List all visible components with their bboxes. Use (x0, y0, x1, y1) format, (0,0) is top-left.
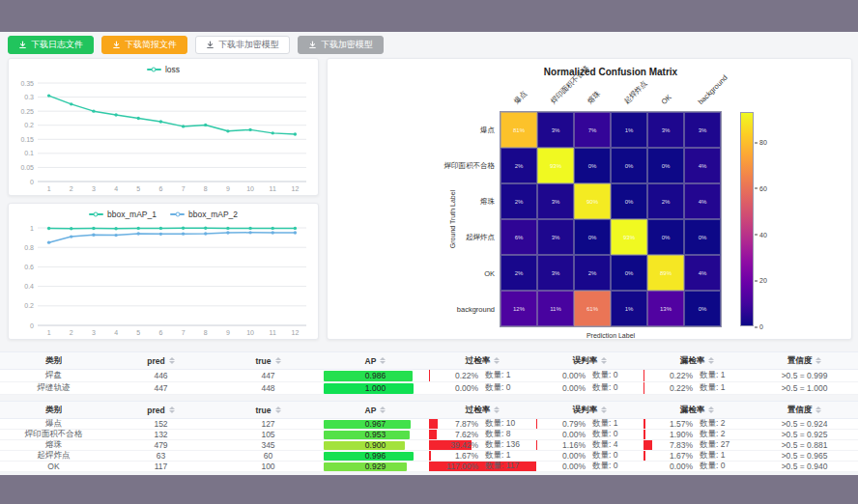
sort-caret-icon[interactable] (601, 357, 607, 364)
column-header-2[interactable]: true (214, 402, 322, 418)
svg-text:11: 11 (270, 329, 276, 336)
matrix-cell: 0% (611, 183, 647, 219)
sort-caret-icon[interactable] (275, 406, 281, 413)
svg-text:5: 5 (136, 329, 140, 336)
matrix-cell: 1% (611, 291, 647, 326)
rate-percent: 117.00% (429, 462, 478, 471)
dashboard: 下载日志文件 下载简报文件 下载非加密模型 下载加密模型 (0, 32, 858, 475)
svg-text:9: 9 (226, 329, 230, 336)
ap-value: 0.953 (365, 430, 386, 439)
confidence-cell: >0.5 = 0.965 (751, 451, 858, 462)
ap-cell: 0.953 (322, 430, 429, 440)
matrix-cell: 3% (537, 219, 574, 255)
ap-value: 0.929 (365, 462, 386, 471)
matrix-row-label: background (330, 304, 495, 313)
column-header-3[interactable]: AP (322, 402, 429, 418)
sort-caret-icon[interactable] (275, 357, 281, 364)
download-plain-model-button[interactable]: 下载非加密模型 (195, 36, 290, 54)
sort-caret-icon[interactable] (169, 357, 175, 364)
column-header-7[interactable]: 置信度 (751, 352, 858, 369)
legend-line-icon (147, 69, 161, 70)
column-header-2[interactable]: true (214, 352, 322, 369)
matrix-cell: 90% (574, 183, 611, 219)
sort-caret-icon[interactable] (380, 357, 386, 364)
download-log-button[interactable]: 下载日志文件 (8, 36, 94, 54)
matrix-cell: 13% (647, 291, 684, 326)
rate-cell: 7.87%数量: 10 (429, 419, 536, 430)
svg-text:0.35: 0.35 (20, 80, 34, 87)
column-header-5[interactable]: 误判率 (536, 352, 644, 369)
sort-caret-icon[interactable] (708, 406, 714, 413)
matrix-cell: 93% (611, 219, 647, 255)
column-header-4[interactable]: 过检率 (429, 402, 536, 418)
download-report-button[interactable]: 下载简报文件 (101, 36, 187, 54)
confidence-cell: >0.5 = 0.999 (751, 370, 858, 382)
loss-plot: 00.050.10.150.20.250.30.3512345678910111… (9, 77, 318, 197)
rate-percent: 0.22% (429, 371, 478, 380)
sort-caret-icon[interactable] (380, 406, 386, 413)
sort-caret-icon[interactable] (601, 406, 607, 413)
rate-count: 数量: 0 (592, 430, 644, 440)
column-header-6[interactable]: 漏检率 (644, 402, 751, 418)
column-header-7[interactable]: 置信度 (751, 402, 858, 418)
column-header-1[interactable]: pred (107, 402, 214, 418)
rate-percent: 1.57% (644, 419, 693, 429)
pred-cell: 117 (107, 462, 214, 472)
colorbar-tick: 60 (755, 184, 767, 191)
matrix-cell: 2% (500, 183, 537, 219)
svg-text:8: 8 (204, 329, 208, 336)
rate-cell: 7.62%数量: 8 (429, 430, 536, 440)
sort-caret-icon[interactable] (169, 406, 175, 413)
sort-caret-icon[interactable] (708, 357, 714, 364)
matrix-col-label: 起焊炸点 (622, 79, 649, 106)
matrix-cell: 0% (611, 255, 647, 291)
matrix-cell: 61% (574, 291, 611, 326)
matrix-xlabel: Prediction Label (500, 332, 721, 339)
table-row: 焊印面积不合格1321050.9537.62%数量: 80.00%数量: 01.… (0, 430, 858, 440)
summary-table-weld: 类别predtrueAP过检率误判率漏检率置信度焊盘4464470.9860.2… (0, 351, 858, 395)
legend-loss[interactable]: loss (147, 65, 180, 74)
rate-cell: 117.00%数量: 117 (429, 462, 536, 472)
ap-bar (324, 441, 405, 450)
svg-text:0.2: 0.2 (24, 122, 34, 128)
table-header-row: 类别predtrueAP过检率误判率漏检率置信度 (0, 401, 858, 419)
true-cell: 345 (214, 440, 322, 451)
matrix-col-label: 熔珠 (586, 89, 603, 106)
rate-cell: 0.00%数量: 0 (536, 370, 644, 382)
sort-caret-icon[interactable] (494, 357, 500, 364)
matrix-cell: 3% (537, 255, 574, 291)
rate-cell: 0.00%数量: 0 (536, 382, 644, 395)
sort-caret-icon[interactable] (815, 357, 821, 364)
rate-cell: 1.57%数量: 2 (644, 419, 751, 430)
sort-caret-icon[interactable] (815, 406, 821, 413)
pred-cell: 132 (107, 430, 214, 440)
svg-text:0.25: 0.25 (20, 108, 34, 115)
column-header-1[interactable]: pred (107, 352, 214, 369)
column-header-5[interactable]: 误判率 (536, 402, 644, 418)
rate-count: 数量: 1 (700, 382, 751, 394)
column-header-4[interactable]: 过检率 (429, 352, 536, 369)
column-header-3[interactable]: AP (322, 352, 429, 369)
rate-percent: 0.79% (536, 419, 586, 429)
confidence-cell: >0.5 = 1.000 (751, 382, 858, 395)
column-header-6[interactable]: 漏检率 (644, 352, 751, 369)
matrix-cell: 0% (647, 148, 684, 183)
ap-cell: 0.929 (322, 462, 429, 472)
confidence-cell: >0.5 = 0.925 (751, 430, 858, 440)
download-encrypted-model-button[interactable]: 下载加密模型 (298, 36, 384, 54)
legend-bbox_mAP_2[interactable]: bbox_mAP_2 (170, 210, 238, 219)
sort-caret-icon[interactable] (494, 406, 500, 413)
matrix-cell: 2% (647, 183, 684, 219)
rate-count: 数量: 1 (485, 451, 536, 462)
svg-text:0.2: 0.2 (24, 302, 34, 309)
pred-cell: 446 (107, 370, 214, 382)
matrix-cell: 0% (684, 291, 721, 326)
rate-count: 数量: 8 (485, 430, 536, 440)
svg-text:11: 11 (270, 185, 276, 192)
svg-text:0.3: 0.3 (24, 94, 34, 100)
matrix-row-label: 焊印面积不合格 (330, 161, 495, 171)
confidence-cell: >0.5 = 0.940 (751, 462, 858, 472)
matrix-cell: 0% (684, 219, 721, 255)
rate-count: 数量: 136 (485, 440, 536, 451)
legend-bbox_mAP_1[interactable]: bbox_mAP_1 (89, 210, 157, 219)
